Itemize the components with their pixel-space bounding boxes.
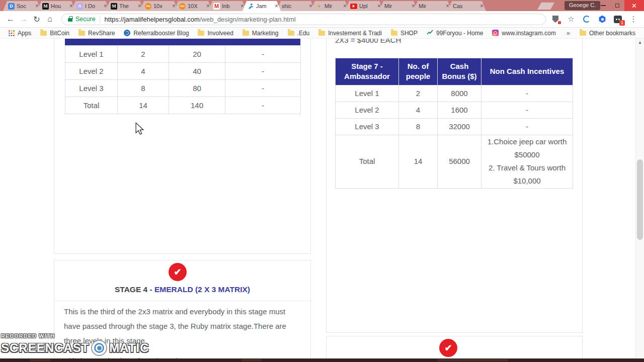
- tab-label: Soc: [17, 3, 33, 9]
- medium-favicon: M: [42, 3, 49, 10]
- tab-hou[interactable]: MHou×: [37, 1, 75, 11]
- tab-close-icon[interactable]: ×: [206, 3, 210, 9]
- new-tab-button[interactable]: [537, 3, 554, 10]
- tab-shic[interactable]: RLRshic×: [277, 1, 315, 11]
- tab-close-icon[interactable]: ×: [377, 3, 381, 9]
- apps-icon: [9, 30, 15, 36]
- mouse-cursor: [135, 122, 144, 137]
- scrollbar-up-arrow[interactable]: ▲: [636, 40, 644, 45]
- tab-close-icon[interactable]: ×: [343, 3, 347, 9]
- bookmark-involveed[interactable]: Involveed: [193, 30, 237, 37]
- tab-close-icon[interactable]: ×: [104, 3, 107, 9]
- tab-close-icon[interactable]: ×: [35, 3, 39, 9]
- bookmark-apps[interactable]: Apps: [4, 30, 36, 37]
- bookmark-99foryou-home[interactable]: 99Foryou - Home: [422, 29, 488, 37]
- tab-close-icon[interactable]: ×: [172, 3, 176, 9]
- shield-extension-icon[interactable]: [551, 15, 560, 24]
- tab-i-do[interactable]: AI Do×: [71, 1, 110, 11]
- bookmark-www-instagram-com[interactable]: www.instagram.com: [488, 30, 560, 37]
- folder-icon: [78, 31, 85, 36]
- scrollbar[interactable]: ▲: [635, 39, 644, 358]
- tab-mir[interactable]: ✦Mir×: [311, 1, 349, 11]
- close-button[interactable]: ✕: [624, 0, 644, 11]
- bookmark-investement-tradi[interactable]: Investement & Tradi: [314, 30, 386, 37]
- minimize-button[interactable]: [596, 0, 610, 11]
- bookmark-label: Apps: [18, 30, 31, 37]
- secure-label: Secure: [75, 16, 96, 23]
- table-cell: -: [225, 97, 301, 114]
- table-cell: Level 1: [336, 85, 399, 102]
- table-cell: Level 3: [65, 80, 118, 97]
- tab-close-icon[interactable]: ×: [138, 3, 141, 9]
- stage4-title-prefix: STAGE 4 -: [115, 285, 154, 294]
- tab-label: Upl: [359, 3, 375, 9]
- tab-soc[interactable]: DSoc×: [3, 1, 41, 11]
- stage4-title: STAGE 4 - EMERALD (2 X 3 MATRIX): [54, 285, 311, 294]
- bookmark-label: SHOP: [400, 30, 418, 37]
- c-swirl-extension-icon[interactable]: [582, 15, 591, 24]
- tab-close-icon[interactable]: ×: [446, 3, 449, 9]
- tab-close-icon[interactable]: ×: [240, 3, 244, 9]
- tab-inb[interactable]: MInb×: [208, 1, 247, 11]
- watermark-word1: SCREENCAST: [1, 341, 89, 355]
- table-cell: 1600: [438, 102, 481, 118]
- bookmark-bitcoin[interactable]: BitCoin: [36, 30, 74, 37]
- tab-close-icon[interactable]: ×: [412, 3, 415, 9]
- table-cell: -: [481, 118, 573, 135]
- bookmark-revshare[interactable]: RevShare: [74, 30, 119, 37]
- tab-upl[interactable]: Upl×: [345, 1, 383, 11]
- stage7-table: Stage 7 - AmbassadorNo. of peopleCash Bo…: [335, 58, 573, 189]
- padlock-icon: [68, 18, 72, 22]
- watermark-word2: MATIC: [109, 341, 149, 355]
- tab-cas[interactable]: Cas×: [448, 1, 486, 11]
- table-cell: Total: [65, 97, 118, 114]
- url-domain: https://jamalifehelpersglobal.com: [105, 16, 200, 23]
- tab-10x[interactable]: 10x10X×: [174, 1, 212, 11]
- tab-mir[interactable]: Mir×: [414, 1, 452, 11]
- bookmarks-overflow-chevron[interactable]: »: [561, 29, 575, 37]
- tab-label: Inb: [222, 3, 238, 9]
- other-bookmarks[interactable]: Other bookmarks: [575, 30, 640, 37]
- forward-button[interactable]: →: [17, 15, 30, 24]
- table-row: Level 3880-: [65, 80, 301, 97]
- folder-icon: [243, 31, 249, 36]
- menu-dots-icon[interactable]: ⋮: [629, 15, 638, 24]
- bookmark-marketing[interactable]: Marketing: [238, 30, 283, 37]
- bookmark-label: www.instagram.com: [502, 30, 555, 37]
- restore-button[interactable]: [610, 0, 624, 11]
- table-cell: 80: [169, 80, 225, 97]
- reload-button[interactable]: ↻: [30, 15, 43, 24]
- table-row: Level 128000-: [336, 85, 573, 102]
- gear-extension-icon[interactable]: [598, 15, 607, 24]
- url-path: /web_design/marketing-plan.html: [200, 16, 296, 23]
- tab-10x[interactable]: 10x10x×: [140, 1, 178, 11]
- page-content: Level 1220-Level 2440-Level 3880-Total14…: [0, 39, 644, 358]
- tab-mir[interactable]: Mir×: [379, 1, 418, 11]
- bookmark-label: 99Foryou - Home: [436, 30, 483, 37]
- back-button[interactable]: ←: [4, 15, 17, 24]
- bookmark--edu[interactable]: .Edu: [283, 30, 314, 37]
- tab-the[interactable]: MThe×: [106, 1, 144, 11]
- scrollbar-thumb[interactable]: [637, 159, 643, 240]
- table-cell: 56000: [438, 135, 481, 188]
- bookmark-referralbooster-blog[interactable]: Referralbooster Blog: [119, 30, 193, 37]
- globe-icon: [124, 30, 130, 36]
- address-bar[interactable]: Secure https://jamalifehelpersglobal.com…: [61, 14, 546, 25]
- apps-extension-icon[interactable]: 1: [613, 15, 622, 24]
- profile-badge[interactable]: Geoege C.: [565, 1, 600, 10]
- table-cell: 4: [118, 63, 169, 80]
- insta-icon: [492, 30, 499, 36]
- bookmark-label: Referralbooster Blog: [133, 30, 189, 37]
- gold-favicon: ✦: [316, 3, 323, 10]
- home-button[interactable]: ⌂: [43, 15, 56, 24]
- bookmark-star-icon[interactable]: ☆: [567, 15, 576, 24]
- folder-icon: [198, 31, 204, 36]
- bookmark-shop[interactable]: SHOP: [386, 30, 422, 37]
- folder-icon: [288, 31, 294, 36]
- table-header-cell: Non Cash Incentives: [481, 58, 573, 85]
- tab-close-icon[interactable]: ×: [69, 3, 73, 9]
- tab-jam[interactable]: Jam×: [243, 1, 281, 11]
- tab-close-icon[interactable]: ×: [309, 3, 312, 9]
- tab-close-icon[interactable]: ×: [480, 3, 484, 9]
- tab-close-icon[interactable]: ×: [275, 3, 278, 9]
